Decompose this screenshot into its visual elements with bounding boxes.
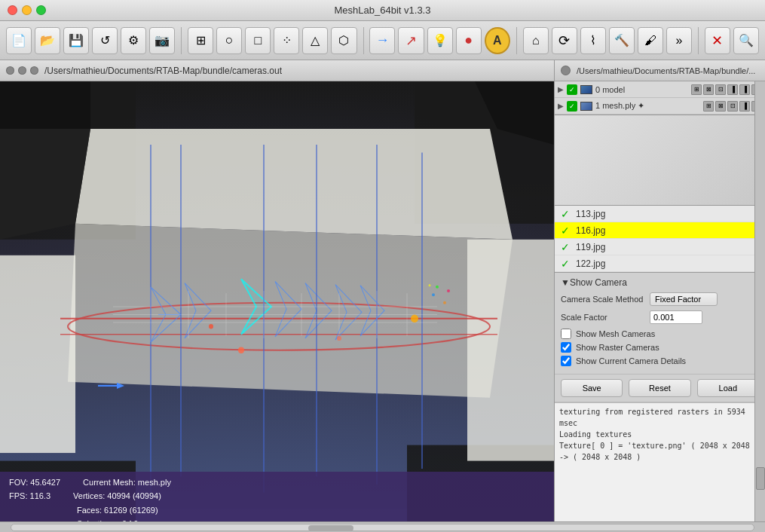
- layer-expand-icon: ▶: [558, 85, 564, 93]
- layer-icon-m2[interactable]: ⊠: [715, 101, 726, 112]
- show-raster-cameras-row: Show Raster Cameras: [561, 342, 759, 353]
- viewport-maximize[interactable]: [30, 66, 38, 75]
- svg-marker-6: [68, 224, 513, 398]
- separator-3: [516, 27, 517, 54]
- log-line-3: Texture[ 0 ] = 'texture.png' ( 2048 x 20…: [559, 440, 760, 463]
- plugin-button[interactable]: ⚙: [121, 27, 146, 54]
- show-current-camera-checkbox[interactable]: [561, 356, 571, 366]
- camera-yellow-button[interactable]: A: [485, 27, 510, 54]
- show-mesh-cameras-label: Show Mesh Cameras: [576, 329, 655, 338]
- main-scroll-track[interactable]: [11, 524, 754, 531]
- file-item-113[interactable]: ✓ 113.jpg: [555, 206, 754, 222]
- rotate-button[interactable]: ⟳: [552, 27, 577, 54]
- main-scroll-handle[interactable]: [308, 525, 353, 531]
- brush-button[interactable]: 🖌: [638, 27, 663, 54]
- svg-point-46: [436, 286, 439, 289]
- right-panel-path: /Users/mathieu/Documents/RTAB-Map/bundle…: [577, 66, 755, 75]
- action-buttons: Save Reset Load: [555, 375, 765, 402]
- close-button[interactable]: [8, 5, 17, 15]
- screenshot-button[interactable]: 📷: [149, 27, 175, 54]
- undo-button[interactable]: ↺: [92, 27, 118, 54]
- file-name-113: 113.jpg: [576, 209, 605, 219]
- main-scrollbar[interactable]: [0, 521, 765, 532]
- viewport-minimize[interactable]: [18, 66, 26, 75]
- layer-item-model[interactable]: ▶ ✓ 0 model ⊞ ⊠ ⊡ ▐ ▐ ▐: [555, 81, 765, 98]
- layer-icon-1[interactable]: ⊞: [691, 84, 702, 95]
- save-button[interactable]: 💾: [63, 27, 89, 54]
- layer-icon-m1[interactable]: ⊞: [703, 101, 714, 112]
- more-button[interactable]: »: [666, 27, 692, 54]
- svg-rect-8: [467, 240, 554, 461]
- faces-value: 61269 (61269): [104, 506, 158, 515]
- cube-button[interactable]: □: [245, 27, 271, 54]
- save-action-button[interactable]: Save: [561, 379, 623, 397]
- svg-point-49: [447, 289, 450, 292]
- layer-icon-3[interactable]: ⊡: [715, 84, 726, 95]
- right-panel-scrollbar-thumb[interactable]: [756, 467, 765, 490]
- mesh-button[interactable]: △: [302, 27, 328, 54]
- right-panel-close[interactable]: [561, 66, 571, 75]
- viewport-close[interactable]: [6, 66, 14, 75]
- fov-value: 45.6427: [30, 478, 60, 487]
- scale-factor-label: Scale Factor: [561, 313, 644, 322]
- svg-point-41: [209, 324, 213, 329]
- vertices-value: 40994 (40994): [107, 491, 161, 500]
- title-bar: MeshLab_64bit v1.3.3: [0, 0, 765, 21]
- file-item-116[interactable]: ✓ 116.jpg: [555, 222, 754, 239]
- right-panel: /Users/mathieu/Documents/RTAB-Map/bundle…: [554, 60, 765, 532]
- minimize-button[interactable]: [22, 5, 32, 15]
- file-item-119[interactable]: ✓ 119.jpg: [555, 239, 754, 255]
- search-button[interactable]: 🔍: [733, 27, 759, 54]
- log-line-1: texturing from registered rasters in 593…: [559, 406, 760, 429]
- layers-button[interactable]: ⊞: [188, 27, 213, 54]
- light-button[interactable]: 💡: [427, 27, 453, 54]
- file-check-116: ✓: [561, 225, 570, 237]
- graph-button[interactable]: ⌇: [580, 27, 606, 54]
- home-button[interactable]: ⌂: [523, 27, 549, 54]
- show-current-camera-row: Show Current Camera Details: [561, 356, 759, 366]
- load-action-button[interactable]: Load: [697, 379, 759, 397]
- svg-point-40: [238, 347, 244, 353]
- color-button[interactable]: ●: [456, 27, 482, 54]
- layer-icon-2[interactable]: ⊠: [703, 84, 714, 95]
- scale-method-dropdown[interactable]: Fixed Factor: [650, 292, 718, 306]
- separator-1: [181, 27, 182, 54]
- hex-button[interactable]: ⬡: [331, 27, 356, 54]
- stop-button[interactable]: ✕: [705, 27, 730, 54]
- reset-action-button[interactable]: Reset: [629, 379, 690, 397]
- layer-icon-m4[interactable]: ▐: [739, 101, 750, 112]
- file-item-122[interactable]: ✓ 122.jpg: [555, 255, 754, 272]
- camera-section-title: ▼Show Camera: [561, 277, 759, 288]
- new-button[interactable]: 📄: [6, 27, 32, 54]
- arrow-blue-button[interactable]: →: [369, 27, 395, 54]
- layer-icon-4[interactable]: ▐: [727, 84, 738, 95]
- 3d-scene[interactable]: FOV: 45.6427 Current Mesh: mesh.ply FPS:…: [0, 81, 554, 532]
- layer-visibility-model[interactable]: ✓: [567, 84, 577, 95]
- sphere-button[interactable]: ○: [216, 27, 242, 54]
- show-raster-cameras-checkbox[interactable]: [561, 342, 571, 353]
- maximize-button[interactable]: [36, 5, 46, 15]
- arrow-red-button[interactable]: ↗: [398, 27, 424, 54]
- show-mesh-cameras-checkbox[interactable]: [561, 329, 571, 339]
- points-button[interactable]: ⁘: [274, 27, 299, 54]
- file-check-122: ✓: [561, 258, 570, 270]
- hammer-button[interactable]: 🔨: [609, 27, 635, 54]
- fps-label: FPS:: [9, 491, 27, 500]
- svg-rect-7: [0, 255, 75, 453]
- scale-factor-input[interactable]: [650, 310, 702, 324]
- fps-value: 116.3: [30, 491, 51, 500]
- right-panel-scrollbar[interactable]: [754, 81, 765, 521]
- mesh-value: mesh.ply: [138, 478, 171, 487]
- layer-item-mesh[interactable]: ▶ ✓ 1 mesh.ply ✦ ⊞ ⊠ ⊡ ▐ ▐: [555, 98, 765, 115]
- scale-method-label: Camera Scale Method: [561, 295, 644, 304]
- layer-icon-5[interactable]: ▐: [739, 84, 750, 95]
- layer-action-icons: ⊞ ⊠ ⊡ ▐ ▐ ▐: [691, 84, 762, 95]
- traffic-lights: [8, 5, 46, 15]
- mesh-label: Current Mesh:: [83, 478, 136, 487]
- layer-visibility-mesh[interactable]: ✓: [567, 101, 577, 112]
- layer-icon-m3[interactable]: ⊡: [727, 101, 738, 112]
- show-current-camera-label: Show Current Camera Details: [576, 356, 686, 365]
- layer-name-model: 0 model: [595, 85, 688, 94]
- svg-point-48: [432, 293, 435, 296]
- open-button[interactable]: 📂: [35, 27, 60, 54]
